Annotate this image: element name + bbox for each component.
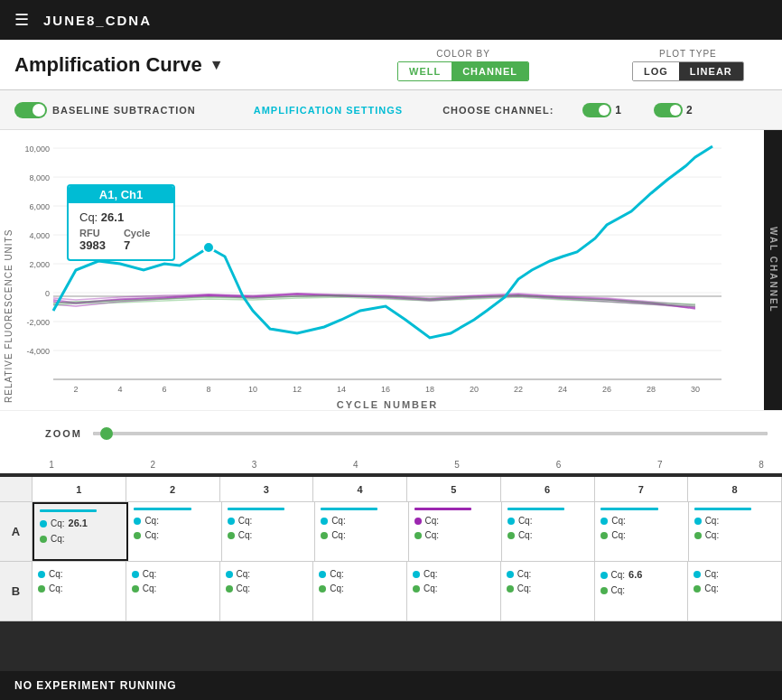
cell-a5-dot1 bbox=[414, 518, 422, 525]
grid-cell-a2[interactable]: Cq: Cq: bbox=[128, 502, 221, 561]
zoom-tick-7: 7 bbox=[654, 460, 666, 470]
page-title-dropdown-arrow[interactable]: ▼ bbox=[209, 57, 224, 73]
grid-cell-b8[interactable]: Cq: Cq: bbox=[688, 562, 782, 621]
grid-cell-b5[interactable]: Cq: Cq: bbox=[407, 562, 501, 621]
grid-row-b: B Cq: Cq: Cq: Cq: bbox=[0, 562, 782, 621]
grid-cell-a1[interactable]: Cq: 26.1 Cq: bbox=[33, 502, 128, 561]
cell-a3-dot2 bbox=[228, 532, 235, 539]
status-text: NO EXPERIMENT RUNNING bbox=[14, 679, 177, 692]
grid-cell-a7[interactable]: Cq: Cq: bbox=[595, 502, 688, 561]
cell-a7-dot1 bbox=[600, 518, 608, 525]
svg-text:20: 20 bbox=[470, 385, 479, 394]
channel1-label: 1 bbox=[615, 104, 621, 117]
grid-area: 1 2 3 4 5 6 7 8 A Cq: 26.1 Cq: bbox=[0, 477, 782, 621]
svg-text:6,000: 6,000 bbox=[29, 202, 50, 211]
grid-cell-a5[interactable]: Cq: Cq: bbox=[409, 502, 502, 561]
grid-cell-b2[interactable]: Cq: Cq: bbox=[126, 562, 220, 621]
baseline-toggle-knob bbox=[33, 104, 45, 117]
cell-a8-cq2: Cq: bbox=[694, 528, 776, 543]
cell-a6-dot1 bbox=[507, 518, 515, 525]
cell-a5-line bbox=[414, 508, 471, 510]
controls-bar: BASELINE SUBTRACTION AMPLIFICATION SETTI… bbox=[0, 90, 782, 130]
amp-settings-link[interactable]: AMPLIFICATION SETTINGS bbox=[254, 105, 403, 116]
zoom-tick-8: 8 bbox=[755, 460, 768, 470]
cell-a2-cq1-label: Cq: bbox=[144, 514, 159, 528]
svg-text:-2,000: -2,000 bbox=[26, 318, 50, 327]
grid-cell-b6[interactable]: Cq: Cq: bbox=[501, 562, 595, 621]
channel1-toggle[interactable]: 1 bbox=[582, 103, 621, 117]
svg-text:8,000: 8,000 bbox=[29, 173, 50, 182]
cell-b4-cq1-label: Cq: bbox=[330, 567, 344, 582]
cell-a4-dot1 bbox=[321, 518, 328, 525]
color-by-channel-button[interactable]: CHANNEL bbox=[452, 62, 528, 80]
grid-col-header-6: 6 bbox=[501, 477, 595, 501]
grid-cell-a8[interactable]: Cq: Cq: bbox=[689, 502, 782, 561]
cell-b4-dot1 bbox=[319, 571, 326, 578]
cell-a1-cq1-value: 26.1 bbox=[69, 516, 88, 532]
hamburger-icon[interactable]: ☰ bbox=[14, 10, 29, 30]
cell-b3-cq2: Cq: bbox=[226, 582, 308, 596]
cell-b4-cq1: Cq: bbox=[319, 567, 401, 582]
zoom-label: ZOOM bbox=[45, 428, 82, 439]
tooltip-title: A1, Ch1 bbox=[69, 186, 173, 203]
channel2-toggle[interactable]: 2 bbox=[654, 103, 693, 117]
grid-cell-b4[interactable]: Cq: Cq: bbox=[313, 562, 407, 621]
cell-b3-dot1 bbox=[226, 571, 233, 578]
cell-a4-dot2 bbox=[321, 532, 328, 539]
cell-a5-cq2: Cq: bbox=[414, 528, 496, 543]
cell-b8-cq2: Cq: bbox=[694, 582, 776, 596]
cell-b7-dot2 bbox=[600, 587, 608, 594]
cell-a2-cq2: Cq: bbox=[134, 528, 215, 543]
cell-b6-dot2 bbox=[507, 585, 514, 593]
cell-a8-line bbox=[694, 508, 751, 510]
zoom-slider[interactable] bbox=[93, 432, 768, 435]
svg-point-34 bbox=[203, 242, 214, 253]
svg-text:28: 28 bbox=[647, 385, 656, 394]
cell-a7-line bbox=[600, 508, 657, 510]
cell-a8-cq1-label: Cq: bbox=[705, 514, 720, 528]
svg-text:24: 24 bbox=[558, 385, 567, 394]
svg-text:30: 30 bbox=[691, 385, 700, 394]
chart-area: RELATIVE FLUORESCENCE UNITS 10,000 8,000… bbox=[0, 130, 782, 410]
grid-col-header-1: 1 bbox=[33, 477, 126, 501]
cell-a8-cq1: Cq: bbox=[694, 514, 776, 528]
zoom-slider-knob[interactable] bbox=[100, 427, 113, 440]
cell-a1-dot1 bbox=[40, 520, 47, 527]
channel1-toggle-track[interactable] bbox=[582, 103, 611, 117]
cell-b2-dot1 bbox=[132, 571, 139, 578]
baseline-label: BASELINE SUBTRACTION bbox=[52, 105, 196, 116]
cell-a6-line bbox=[507, 508, 564, 510]
cell-b1-cq1: Cq: bbox=[38, 567, 120, 582]
grid-cell-b1[interactable]: Cq: Cq: bbox=[33, 562, 126, 621]
cell-a7-cq2-label: Cq: bbox=[611, 528, 626, 543]
baseline-toggle[interactable]: BASELINE SUBTRACTION bbox=[14, 102, 196, 118]
cell-a6-dot2 bbox=[507, 532, 515, 539]
grid-col-header-4: 4 bbox=[313, 477, 407, 501]
svg-text:0: 0 bbox=[45, 289, 50, 298]
baseline-toggle-track[interactable] bbox=[14, 102, 47, 118]
zoom-tick-4: 4 bbox=[349, 460, 362, 470]
svg-text:26: 26 bbox=[602, 385, 611, 394]
cell-b5-cq1: Cq: bbox=[413, 567, 495, 582]
cell-a8-dot2 bbox=[694, 532, 702, 539]
grid-cell-b7[interactable]: Cq: 6.6 Cq: bbox=[595, 562, 689, 621]
cell-a3-line bbox=[228, 508, 284, 510]
cell-a1-cq1-label: Cq: bbox=[51, 517, 65, 531]
grid-cell-b3[interactable]: Cq: Cq: bbox=[220, 562, 314, 621]
plot-type-linear-button[interactable]: LINEAR bbox=[679, 62, 743, 80]
grid-cell-a3[interactable]: Cq: Cq: bbox=[222, 502, 315, 561]
page-title: Amplification Curve ▼ bbox=[14, 53, 224, 77]
channel2-toggle-track[interactable] bbox=[654, 103, 683, 117]
grid-cell-a4[interactable]: Cq: Cq: bbox=[315, 502, 408, 561]
grid-cell-a6[interactable]: Cq: Cq: bbox=[502, 502, 595, 561]
tooltip-cycle-label: Cycle bbox=[124, 228, 150, 238]
cell-b4-dot2 bbox=[319, 585, 326, 593]
cell-a2-dot2 bbox=[134, 532, 141, 539]
tooltip-table: RFU 3983 Cycle 7 bbox=[79, 228, 163, 252]
cell-a3-dot1 bbox=[228, 518, 235, 525]
cell-a2-dot1 bbox=[134, 518, 141, 525]
color-by-well-button[interactable]: WELL bbox=[398, 62, 452, 80]
plot-type-log-button[interactable]: LOG bbox=[633, 62, 679, 80]
cell-b1-dot1 bbox=[38, 571, 45, 578]
cell-b3-cq1-label: Cq: bbox=[237, 567, 251, 582]
